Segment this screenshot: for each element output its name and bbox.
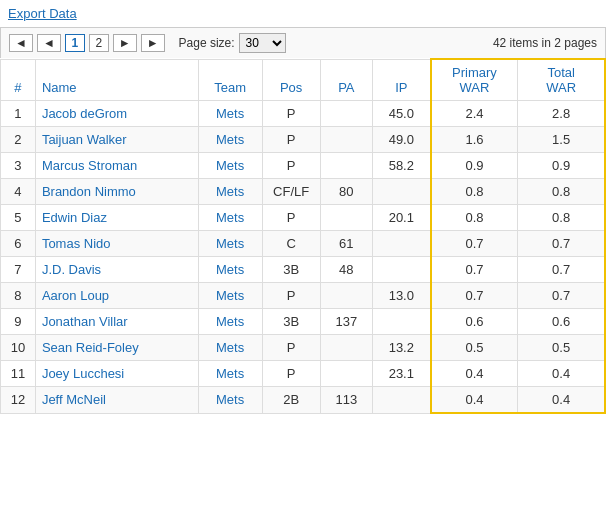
col-header-pos: Pos	[262, 59, 320, 101]
table-cell-player-name[interactable]: Sean Reid-Foley	[35, 335, 198, 361]
player-link[interactable]: Jonathan Villar	[42, 314, 128, 329]
table-cell-player-twar: 0.6	[518, 309, 605, 335]
table-cell-row-num: 8	[1, 283, 36, 309]
table-cell-player-name[interactable]: Jeff McNeil	[35, 387, 198, 414]
table-cell-player-twar: 0.9	[518, 153, 605, 179]
table-cell-player-team[interactable]: Mets	[198, 387, 262, 414]
next-page-button[interactable]: ►	[113, 34, 137, 52]
table-cell-player-pa: 137	[320, 309, 372, 335]
player-link[interactable]: Marcus Stroman	[42, 158, 137, 173]
table-cell-player-team[interactable]: Mets	[198, 257, 262, 283]
table-cell-player-pwar: 0.8	[431, 205, 518, 231]
team-link[interactable]: Mets	[216, 158, 244, 173]
table-cell-player-name[interactable]: Taijuan Walker	[35, 127, 198, 153]
table-cell-player-pos: 2B	[262, 387, 320, 414]
table-cell-player-ip: 49.0	[373, 127, 431, 153]
team-link[interactable]: Mets	[216, 288, 244, 303]
first-page-button[interactable]: ◄	[9, 34, 33, 52]
table-cell-player-pwar: 1.6	[431, 127, 518, 153]
team-link[interactable]: Mets	[216, 262, 244, 277]
table-cell-player-pa	[320, 361, 372, 387]
table-cell-row-num: 3	[1, 153, 36, 179]
table-cell-player-pa	[320, 101, 372, 127]
table-cell-player-pwar: 0.9	[431, 153, 518, 179]
team-link[interactable]: Mets	[216, 210, 244, 225]
table-cell-player-pa	[320, 127, 372, 153]
col-header-pa: PA	[320, 59, 372, 101]
team-link[interactable]: Mets	[216, 106, 244, 121]
table-cell-player-name[interactable]: Tomas Nido	[35, 231, 198, 257]
table-cell-player-pwar: 0.4	[431, 361, 518, 387]
table-cell-player-pa	[320, 335, 372, 361]
table-cell-player-pwar: 0.4	[431, 387, 518, 414]
player-link[interactable]: J.D. Davis	[42, 262, 101, 277]
table-cell-player-name[interactable]: Edwin Diaz	[35, 205, 198, 231]
table-cell-player-pa: 80	[320, 179, 372, 205]
table-cell-player-team[interactable]: Mets	[198, 283, 262, 309]
table-cell-player-team[interactable]: Mets	[198, 335, 262, 361]
col-header-twar: TotalWAR	[518, 59, 605, 101]
table-cell-row-num: 10	[1, 335, 36, 361]
table-cell-player-pos: P	[262, 205, 320, 231]
player-link[interactable]: Jacob deGrom	[42, 106, 127, 121]
table-cell-player-ip	[373, 231, 431, 257]
export-data-link[interactable]: Export Data	[0, 0, 85, 27]
player-link[interactable]: Tomas Nido	[42, 236, 111, 251]
table-cell-player-twar: 0.7	[518, 231, 605, 257]
table-cell-player-ip: 58.2	[373, 153, 431, 179]
table-cell-player-team[interactable]: Mets	[198, 153, 262, 179]
last-page-button[interactable]: ►	[141, 34, 165, 52]
table-cell-row-num: 7	[1, 257, 36, 283]
table-cell-player-ip	[373, 179, 431, 205]
table-cell-player-twar: 0.8	[518, 179, 605, 205]
table-cell-player-ip	[373, 309, 431, 335]
page-size-label: Page size:	[179, 36, 235, 50]
table-cell-player-name[interactable]: J.D. Davis	[35, 257, 198, 283]
player-link[interactable]: Joey Lucchesi	[42, 366, 124, 381]
table-cell-player-name[interactable]: Marcus Stroman	[35, 153, 198, 179]
table-cell-player-team[interactable]: Mets	[198, 101, 262, 127]
team-link[interactable]: Mets	[216, 314, 244, 329]
table-cell-player-twar: 2.8	[518, 101, 605, 127]
player-link[interactable]: Brandon Nimmo	[42, 184, 136, 199]
table-cell-player-pwar: 0.7	[431, 257, 518, 283]
page-size-select[interactable]: 30 50 100	[239, 33, 286, 53]
table-cell-player-twar: 0.4	[518, 361, 605, 387]
page-1-button[interactable]: 1	[65, 34, 85, 52]
table-cell-player-twar: 0.5	[518, 335, 605, 361]
table-cell-player-team[interactable]: Mets	[198, 231, 262, 257]
team-link[interactable]: Mets	[216, 132, 244, 147]
player-link[interactable]: Aaron Loup	[42, 288, 109, 303]
table-cell-player-ip: 20.1	[373, 205, 431, 231]
table-cell-player-team[interactable]: Mets	[198, 127, 262, 153]
table-cell-player-pa	[320, 283, 372, 309]
table-cell-row-num: 4	[1, 179, 36, 205]
player-link[interactable]: Sean Reid-Foley	[42, 340, 139, 355]
player-link[interactable]: Jeff McNeil	[42, 392, 106, 407]
table-cell-player-name[interactable]: Jonathan Villar	[35, 309, 198, 335]
player-link[interactable]: Edwin Diaz	[42, 210, 107, 225]
total-info: 42 items in 2 pages	[493, 36, 597, 50]
table-cell-player-name[interactable]: Brandon Nimmo	[35, 179, 198, 205]
team-link[interactable]: Mets	[216, 392, 244, 407]
team-link[interactable]: Mets	[216, 340, 244, 355]
table-cell-player-team[interactable]: Mets	[198, 205, 262, 231]
player-link[interactable]: Taijuan Walker	[42, 132, 127, 147]
team-link[interactable]: Mets	[216, 236, 244, 251]
team-link[interactable]: Mets	[216, 184, 244, 199]
team-link[interactable]: Mets	[216, 366, 244, 381]
table-cell-player-name[interactable]: Joey Lucchesi	[35, 361, 198, 387]
table-cell-player-pos: P	[262, 361, 320, 387]
table-cell-player-team[interactable]: Mets	[198, 309, 262, 335]
table-cell-player-pos: CF/LF	[262, 179, 320, 205]
prev-page-button[interactable]: ◄	[37, 34, 61, 52]
table-cell-player-pa: 48	[320, 257, 372, 283]
page-2-button[interactable]: 2	[89, 34, 109, 52]
table-cell-player-team[interactable]: Mets	[198, 179, 262, 205]
table-cell-player-team[interactable]: Mets	[198, 361, 262, 387]
table-cell-row-num: 6	[1, 231, 36, 257]
table-cell-row-num: 5	[1, 205, 36, 231]
table-cell-player-name[interactable]: Jacob deGrom	[35, 101, 198, 127]
col-header-team: Team	[198, 59, 262, 101]
table-cell-player-name[interactable]: Aaron Loup	[35, 283, 198, 309]
